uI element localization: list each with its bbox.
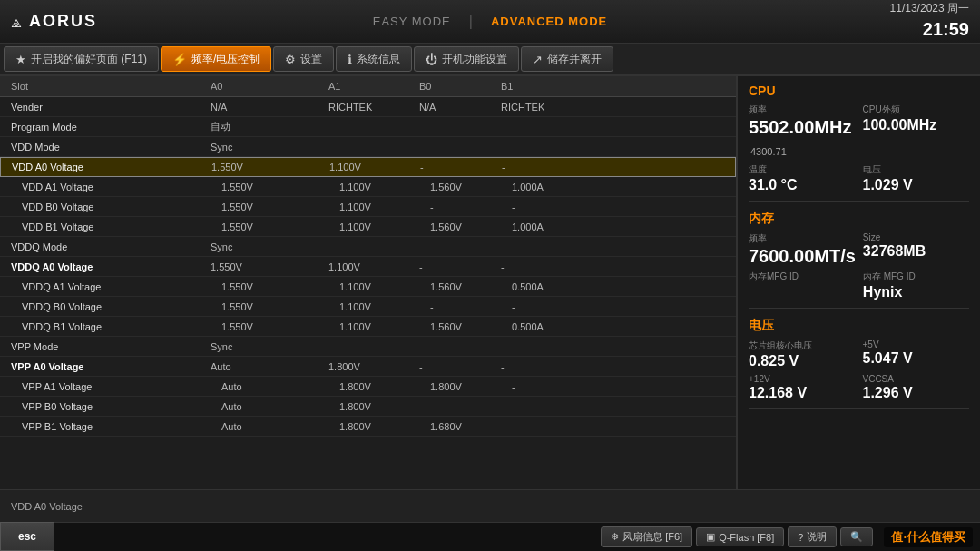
- time-text: 21:59: [890, 16, 969, 42]
- table-row[interactable]: VDD B1 Voltage 1.550V 1.100V 1.560V 1.00…: [0, 217, 736, 237]
- voltage-section: 电压 芯片组核心电压 0.825 V +5V 5.047 V +12V 12.1…: [749, 318, 969, 408]
- table-row[interactable]: VDDQ Mode Sync: [0, 237, 736, 257]
- nav-boot[interactable]: ⏻ 开机功能设置: [414, 46, 519, 72]
- logo-text: AORUS: [29, 12, 97, 31]
- cpu-ext-freq-item: CPU外频 100.00MHz: [863, 103, 970, 160]
- row-col5: [579, 345, 661, 349]
- slot-header-row: Slot A0 A1 B0 B1: [0, 76, 736, 97]
- cpu-section: CPU 频率 5502.00MHz 4300.71 CPU外频 100.00MH…: [749, 84, 969, 202]
- row-col1: Auto: [218, 419, 336, 434]
- table-row[interactable]: VDD A1 Voltage 1.550V 1.100V 1.560V 1.00…: [0, 177, 736, 197]
- date-text: 11/13/2023 周一: [890, 1, 969, 16]
- table-row[interactable]: VPP Mode Sync: [0, 337, 736, 357]
- slot-empty: [579, 78, 661, 94]
- mem-info-grid: 频率 7600.00MT/s Size 32768MB 内存MFG ID 内存 …: [749, 232, 969, 300]
- table-row[interactable]: VPP B1 Voltage Auto 1.800V 1.680V -: [0, 417, 736, 437]
- bottom-bar: ❄ 风扇信息 [F6] ▣ Q-Flash [F8] ? 说明 🔍 值·什么值得…: [0, 522, 980, 551]
- table-row[interactable]: VDDQ B1 Voltage 1.550V 1.100V 1.560V 0.5…: [0, 317, 736, 337]
- watermark-label: 值·什么值得买: [884, 527, 973, 547]
- table-row[interactable]: VDD B0 Voltage 1.550V 1.100V - -: [0, 197, 736, 217]
- esc-button[interactable]: esc: [0, 522, 54, 551]
- right-panel: CPU 频率 5502.00MHz 4300.71 CPU外频 100.00MH…: [737, 76, 980, 489]
- plus12-value: 12.168 V: [749, 384, 856, 401]
- row-col4: [497, 245, 579, 249]
- memory-section: 内存 频率 7600.00MT/s Size 32768MB 内存MFG ID …: [749, 211, 969, 309]
- row-col1: 自动: [207, 118, 325, 135]
- freq-icon: ⚡: [172, 53, 187, 66]
- table-row[interactable]: VDDQ A1 Voltage 1.550V 1.100V 1.560V 0.5…: [0, 277, 736, 297]
- table-row[interactable]: VDDQ B0 Voltage 1.550V 1.100V - -: [0, 297, 736, 317]
- row-col2: 1.100V: [336, 320, 426, 334]
- nav-save[interactable]: ↗ 储存并离开: [521, 46, 613, 72]
- row-col2: 1.100V: [325, 260, 416, 274]
- mem-mfg2-item: 内存 MFG ID Hynix: [863, 271, 969, 300]
- table-row[interactable]: VPP A1 Voltage Auto 1.800V 1.800V -: [0, 377, 736, 397]
- chipset-item: 芯片组核心电压 0.825 V: [749, 339, 856, 369]
- row-col3: 1.560V: [426, 220, 508, 234]
- row-col3: 1.560V: [426, 280, 508, 294]
- row-col1: Auto: [218, 399, 336, 414]
- nav-settings[interactable]: ⚙ 设置: [273, 46, 334, 72]
- row-col4: [497, 125, 579, 129]
- help-btn[interactable]: ? 说明: [788, 526, 837, 547]
- row-label: VPP A1 Voltage: [18, 379, 218, 394]
- row-col4: -: [498, 160, 580, 174]
- mem-freq-label: 频率: [749, 232, 856, 245]
- row-label: VPP A0 Voltage: [7, 359, 207, 374]
- nav-fav-label: 开启我的偏好页面 (F11): [31, 52, 147, 67]
- table-row[interactable]: Program Mode 自动: [0, 117, 736, 137]
- plus5-label: +5V: [863, 339, 970, 349]
- table-row[interactable]: VDD Mode Sync: [0, 137, 736, 157]
- row-label: VDD B1 Voltage: [18, 220, 218, 234]
- cpu-ext-freq-label: CPU外频: [863, 103, 970, 116]
- row-col5: [579, 365, 661, 369]
- table-row[interactable]: VPP A0 Voltage Auto 1.800V - -: [0, 357, 736, 377]
- row-col1: 1.550V: [218, 180, 336, 194]
- slot-b1: B1: [497, 78, 579, 94]
- row-label: VDDQ B0 Voltage: [18, 300, 218, 314]
- header: ⟁ AORUS EASY MODE | ADVANCED MODE 11/13/…: [0, 0, 980, 44]
- row-col4: -: [508, 300, 590, 314]
- aorus-icon: ⟁: [11, 11, 22, 32]
- vccsa-value: 1.296 V: [863, 384, 970, 401]
- row-col2: 1.100V: [326, 160, 416, 174]
- nav-sysinfo[interactable]: ℹ 系统信息: [336, 46, 412, 72]
- row-label: VDDQ A1 Voltage: [18, 280, 218, 294]
- row-col2: 1.800V: [336, 379, 426, 394]
- table-row[interactable]: VDD A0 Voltage 1.550V 1.100V - -: [0, 157, 736, 177]
- row-col1: Sync: [207, 339, 325, 354]
- plus12-item: +12V 12.168 V: [749, 374, 856, 401]
- nav-fav[interactable]: ★ 开启我的偏好页面 (F11): [4, 46, 159, 72]
- cpu-section-title: CPU: [749, 84, 969, 98]
- mem-mfg-item: 内存MFG ID: [749, 271, 856, 300]
- row-label: VPP Mode: [7, 339, 207, 354]
- qflash-btn[interactable]: ▣ Q-Flash [F8]: [696, 527, 784, 546]
- nav-freq[interactable]: ⚡ 频率/电压控制: [161, 46, 271, 72]
- fan-btn[interactable]: ❄ 风扇信息 [F6]: [601, 526, 692, 547]
- row-col2: 1.100V: [336, 220, 426, 234]
- row-col2: [325, 245, 416, 249]
- row-label: VDD A1 Voltage: [18, 180, 218, 194]
- row-col5: [579, 265, 661, 269]
- row-col2: 1.800V: [336, 419, 426, 434]
- row-col3: -: [416, 160, 498, 174]
- mem-size-value: 32768MB: [863, 242, 969, 260]
- row-col1: Sync: [207, 140, 325, 154]
- datetime: 11/13/2023 周一 21:59: [890, 1, 969, 42]
- row-col3: [416, 245, 497, 249]
- status-text: VDD A0 Voltage: [11, 501, 83, 512]
- table-row[interactable]: VDDQ A0 Voltage 1.550V 1.100V - -: [0, 257, 736, 277]
- row-col1: 1.550V: [218, 320, 336, 334]
- vender-row: Vender N/A RICHTEK N/A RICHTEK: [0, 97, 736, 117]
- settings-icon: ⚙: [285, 53, 296, 66]
- row-col4: [497, 345, 579, 349]
- vender-b0: N/A: [416, 100, 497, 114]
- easy-mode-label[interactable]: EASY MODE: [373, 15, 451, 28]
- row-col4: -: [508, 419, 590, 434]
- vccsa-label: VCCSA: [863, 374, 970, 384]
- fav-icon: ★: [15, 53, 26, 66]
- advanced-mode-label[interactable]: ADVANCED MODE: [491, 15, 607, 28]
- table-row[interactable]: VPP B0 Voltage Auto 1.800V - -: [0, 397, 736, 417]
- cpu-freq-label: 频率: [749, 103, 856, 116]
- search-btn[interactable]: 🔍: [840, 527, 873, 546]
